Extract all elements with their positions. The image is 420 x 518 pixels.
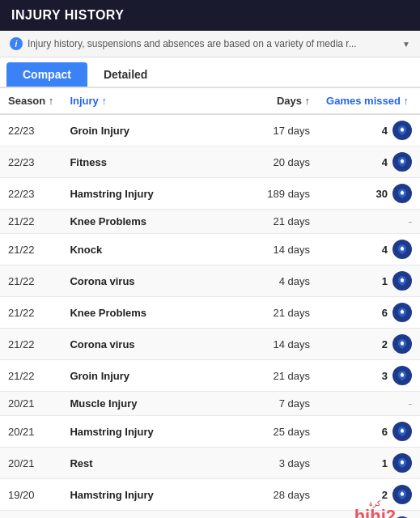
table-row: 20/21 Rest 3 days 1 (0, 448, 420, 479)
col-games-missed[interactable]: Games missed ↑ (318, 88, 420, 114)
games-value: 6 (382, 426, 388, 438)
chevron-down-icon[interactable]: ▼ (402, 40, 410, 49)
cell-injury: Fitness (62, 146, 245, 178)
injury-table: Season ↑ Injury ↑ Days ↑ Games missed ↑ … (0, 88, 420, 518)
cell-games: 4 (318, 234, 420, 265)
table-row: 21/22 Groin Injury 21 days 3 (0, 360, 420, 392)
cell-days: 112 days (245, 511, 318, 519)
cell-injury: Rest (62, 448, 245, 479)
cell-season: 19/20 (0, 511, 62, 519)
cell-games: 2 (318, 479, 420, 511)
page-title: INJURY HISTORY (11, 8, 124, 22)
cell-injury: Knock (62, 234, 245, 265)
cell-days: 17 days (245, 114, 318, 146)
cell-injury: Hamstring Injury (62, 416, 245, 448)
table-row: 22/23 Groin Injury 17 days 4 (0, 114, 420, 146)
club-icon (392, 334, 412, 354)
table-row: 21/22 Corona virus 4 days 1 (0, 265, 420, 297)
cell-days: 21 days (245, 297, 318, 329)
info-icon: i (10, 37, 23, 50)
cell-injury: Groin Injury (62, 360, 245, 392)
cell-season: 21/22 (0, 360, 62, 392)
table-row: 21/22 Knee Problems 21 days 6 (0, 297, 420, 329)
table-row: 19/20 Hamstring Injury 28 days 2 (0, 479, 420, 511)
cell-days: 3 days (245, 448, 318, 479)
cell-injury: Corona virus (62, 265, 245, 297)
games-value: 4 (382, 125, 388, 137)
cell-injury: Groin Injury (62, 114, 245, 146)
cell-days: 14 days (245, 329, 318, 360)
info-bar-left: i Injury history, suspensions and absenc… (10, 37, 357, 50)
cell-days: 21 days (245, 210, 318, 234)
games-value: 4 (382, 156, 388, 168)
cell-days: 189 days (245, 178, 318, 210)
table-row: 20/21 Muscle Injury 7 days - (0, 392, 420, 416)
page-wrapper: INJURY HISTORY i Injury history, suspens… (0, 0, 420, 518)
cell-games: 6 (318, 416, 420, 448)
table-row: 19/20 Muscle Injury 112 days 6 (0, 511, 420, 519)
table-container: Season ↑ Injury ↑ Days ↑ Games missed ↑ … (0, 88, 420, 518)
cell-games: 6 (318, 297, 420, 329)
cell-games: 1 (318, 265, 420, 297)
cell-games: 3 (318, 360, 420, 392)
cell-season: 22/23 (0, 178, 62, 210)
cell-injury: Hamstring Injury (62, 479, 245, 511)
games-value: - (409, 215, 412, 227)
cell-injury: Corona virus (62, 329, 245, 360)
cell-games: - (318, 392, 420, 416)
cell-season: 21/22 (0, 329, 62, 360)
games-value: 1 (382, 275, 388, 287)
club-icon (392, 485, 412, 504)
cell-season: 20/21 (0, 416, 62, 448)
cell-games: 6 (318, 511, 420, 519)
col-injury[interactable]: Injury ↑ (62, 88, 245, 114)
cell-days: 25 days (245, 416, 318, 448)
club-icon (392, 453, 412, 473)
tab-compact[interactable]: Compact (6, 62, 87, 87)
info-text: Injury history, suspensions and absences… (28, 38, 357, 49)
cell-season: 21/22 (0, 265, 62, 297)
tab-detailed[interactable]: Detailed (87, 62, 163, 87)
table-row: 22/23 Hamstring Injury 189 days 30 (0, 178, 420, 210)
info-bar: i Injury history, suspensions and absenc… (0, 31, 420, 57)
cell-games: 30 (318, 178, 420, 210)
table-row: 21/22 Corona virus 14 days 2 (0, 329, 420, 360)
games-value: 2 (382, 338, 388, 350)
club-icon (392, 152, 412, 172)
club-icon (392, 121, 412, 140)
table-row: 20/21 Hamstring Injury 25 days 6 (0, 416, 420, 448)
cell-injury: Muscle Injury (62, 392, 245, 416)
table-row: 21/22 Knee Problems 21 days - (0, 210, 420, 234)
col-days[interactable]: Days ↑ (245, 88, 318, 114)
cell-season: 21/22 (0, 297, 62, 329)
cell-days: 14 days (245, 234, 318, 265)
games-value: - (409, 397, 412, 410)
cell-games: - (318, 210, 420, 234)
table-row: 22/23 Fitness 20 days 4 (0, 146, 420, 178)
cell-season: 21/22 (0, 210, 62, 234)
cell-games: 4 (318, 114, 420, 146)
club-icon (392, 366, 412, 385)
games-value: 3 (382, 370, 388, 382)
cell-injury: Hamstring Injury (62, 178, 245, 210)
cell-days: 28 days (245, 479, 318, 511)
table-header-row: Season ↑ Injury ↑ Days ↑ Games missed ↑ (0, 88, 420, 114)
games-value: 6 (382, 307, 388, 319)
col-season[interactable]: Season ↑ (0, 88, 62, 114)
cell-days: 20 days (245, 146, 318, 178)
games-value: 4 (382, 244, 388, 256)
club-icon (392, 271, 412, 291)
cell-games: 2 (318, 329, 420, 360)
cell-season: 21/22 (0, 234, 62, 265)
cell-season: 20/21 (0, 448, 62, 479)
cell-season: 22/23 (0, 146, 62, 178)
club-icon (392, 184, 412, 203)
cell-injury: Knee Problems (62, 297, 245, 329)
club-icon (392, 303, 412, 322)
cell-games: 4 (318, 146, 420, 178)
cell-season: 20/21 (0, 392, 62, 416)
cell-days: 4 days (245, 265, 318, 297)
cell-games: 1 (318, 448, 420, 479)
cell-days: 7 days (245, 392, 318, 416)
club-icon (392, 422, 412, 441)
